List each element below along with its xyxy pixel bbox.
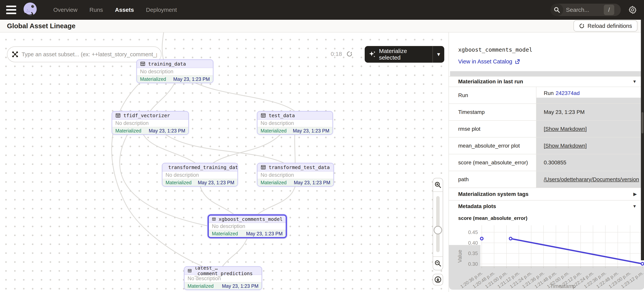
materialize-selected-button[interactable]: Materialize selected ▼ [365, 46, 444, 63]
section-materialization-system-tags[interactable]: Materialization system tags ▶ [449, 188, 644, 200]
row-scrollbar[interactable] [536, 98, 644, 103]
zoom-slider-thumb[interactable] [434, 226, 442, 234]
download-graph-button[interactable] [433, 274, 443, 285]
path-link[interactable]: /Users/odetteharary/Documents/version [544, 176, 639, 183]
nav-item-overview[interactable]: Overview [53, 7, 78, 13]
lineage-graph-pane[interactable]: 0:18 Materialize selected ▼ training_dat… [0, 33, 448, 292]
nav-item-deployment[interactable]: Deployment [146, 7, 177, 13]
asset-node-latest-comment-predictions[interactable]: latest_…_comment_predictions No descript… [184, 266, 262, 290]
table-row: score (mean_absolute_error) 0.300855 [449, 154, 644, 171]
table-row: path /Users/odetteharary/Documents/versi… [449, 171, 644, 188]
row-value: Run242374ad [536, 87, 644, 103]
zoom-slider-track[interactable] [436, 196, 440, 252]
asset-node-transformed-training-data[interactable]: transformed_training_data No description… [162, 163, 238, 187]
asset-graph-icon [12, 51, 18, 58]
asset-node-transformed-test-data[interactable]: transformed_test_data No description Mat… [257, 163, 334, 187]
search-icon [550, 4, 563, 16]
row-key: rmse plot [449, 121, 536, 137]
global-search[interactable]: / [550, 4, 621, 16]
asset-description: No description [112, 120, 188, 127]
asset-node-tfidf-vectorizer[interactable]: tfidf_vectorizer No description Material… [112, 111, 189, 135]
asset-name: xgboost_comments_model [219, 216, 282, 222]
nav-item-runs[interactable]: Runs [90, 7, 103, 13]
hamburger-menu-icon[interactable] [6, 6, 16, 14]
chart-title: score (mean_absolute_error) [458, 215, 527, 221]
score-line-chart: 0.450.400.350.301:20:36 p.m.1:20:48 p.m.… [449, 223, 644, 292]
asset-subset-input[interactable] [22, 51, 157, 58]
asset-node-training-data[interactable]: training_data No description Materialize… [136, 59, 214, 83]
asset-description: No description [258, 172, 334, 179]
refresh-icon[interactable] [346, 51, 353, 57]
asset-name: tfidf_vectorizer [124, 113, 170, 118]
show-markdown-link[interactable]: [Show Markdown] [544, 126, 587, 132]
metadata-table: Run Run242374ad Timestamp May 23, 1:23 P… [449, 87, 644, 188]
materialized-date: May 23, 1:23 PM [198, 180, 234, 185]
row-key: Run [449, 87, 536, 103]
status-badge: Materialized [115, 128, 142, 134]
asset-node-test-data[interactable]: test_data No description MaterializedMay… [257, 111, 333, 135]
reload-icon [579, 23, 585, 29]
status-badge: Materialized [212, 231, 238, 236]
asset-node-xgboost-comments-model[interactable]: xgboost_comments_model No description Ma… [208, 214, 287, 238]
page-header: Global Asset Lineage Reload definitions [0, 20, 644, 33]
zoom-slider[interactable] [433, 192, 443, 256]
row-key: mean_absolute_error plot [449, 137, 536, 154]
dagster-logo[interactable] [22, 1, 39, 18]
zoom-out-button[interactable] [433, 256, 443, 270]
show-markdown-link[interactable]: [Show Markdown] [544, 143, 587, 149]
section-metadata-plots[interactable]: Metadata plots ▼ [449, 200, 644, 212]
view-in-asset-catalog-link[interactable]: View in Asset Catalog [458, 58, 520, 65]
reload-definitions-label: Reload definitions [588, 23, 632, 29]
lineage-edges [0, 33, 448, 292]
zoom-in-button[interactable] [433, 178, 443, 192]
status-badge: Materialized [260, 180, 287, 185]
page-scrollbar[interactable] [641, 20, 644, 260]
materialized-date: May 23, 1:23 PM [293, 128, 329, 134]
status-badge: Materialized [140, 76, 166, 82]
external-link-icon [514, 59, 520, 64]
table-icon [115, 113, 121, 118]
asset-name: transformed_test_data [269, 165, 330, 170]
status-badge: Materialized [260, 128, 287, 134]
chevron-down-icon: ▼ [632, 204, 637, 209]
page-title: Global Asset Lineage [7, 22, 76, 30]
run-id-link[interactable]: 242374ad [556, 90, 580, 96]
zoom-controls [433, 178, 443, 270]
svg-text:0.35: 0.35 [468, 250, 478, 256]
asset-description: No description [258, 120, 332, 127]
section-label: Materialization system tags [458, 191, 528, 197]
sparkle-icon [368, 51, 376, 58]
horizontal-scrollbar[interactable] [450, 71, 644, 76]
dagster-app: Overview Runs Assets Deployment / Globa [0, 0, 644, 292]
settings-gear-icon[interactable] [628, 6, 637, 14]
nav-items: Overview Runs Assets Deployment [53, 7, 177, 13]
materialized-date: May 23, 1:23 PM [294, 180, 330, 185]
asset-detail-panel: xgboost_comments_model View in Asset Cat… [448, 33, 644, 292]
row-value: 0.300855 [536, 154, 644, 171]
run-prefix: Run [544, 90, 554, 96]
table-row: mean_absolute_error plot [Show Markdown] [449, 137, 644, 154]
materialized-date: May 23, 1:23 PM [222, 283, 258, 289]
search-shortcut-badge: / [604, 5, 614, 15]
table-icon [260, 113, 266, 118]
asset-name: transformed_training_data [168, 165, 238, 170]
search-input[interactable] [566, 7, 603, 13]
zoom-in-icon [434, 181, 442, 189]
asset-name: latest_…_comment_predictions [194, 266, 258, 276]
page-scrollbar-thumb[interactable] [642, 112, 644, 133]
svg-text:Timestamp: Timestamp [550, 283, 576, 289]
status-badge: Materialized [188, 283, 214, 289]
asset-description: No description [162, 172, 238, 179]
catalog-link-label: View in Asset Catalog [458, 58, 512, 65]
status-badge: Materialized [166, 180, 192, 185]
row-key: Timestamp [449, 104, 536, 120]
materialize-dropdown-caret[interactable]: ▼ [433, 52, 444, 58]
reload-definitions-button[interactable]: Reload definitions [574, 20, 638, 32]
table-row: Run Run242374ad [449, 87, 644, 103]
svg-text:0.45: 0.45 [468, 229, 478, 235]
materialized-date: May 23, 1:23 PM [149, 128, 185, 134]
svg-text:0.40: 0.40 [468, 240, 478, 246]
nav-item-assets[interactable]: Assets [115, 7, 134, 13]
section-materialization-in-last-run[interactable]: Materialization in last run ▼ [449, 76, 644, 87]
table-icon [140, 61, 146, 67]
